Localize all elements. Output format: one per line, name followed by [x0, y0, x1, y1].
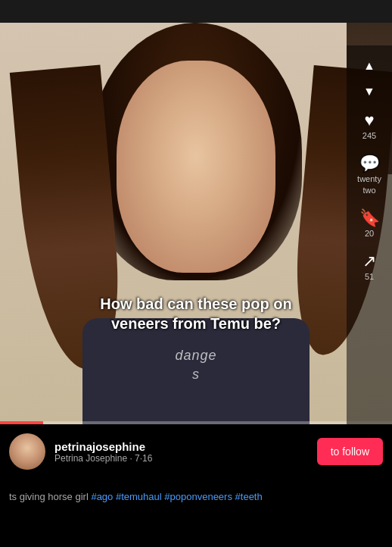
- hashtag-prefix: ts giving horse girl: [9, 491, 89, 502]
- video-caption: How bad can these pop on veneers from Te…: [90, 294, 302, 333]
- chevron-down-icon: ▼: [363, 85, 375, 98]
- video-player[interactable]: dange s How bad can these pop on veneers…: [0, 0, 392, 424]
- share-icon: ↗: [362, 253, 376, 270]
- username: petrinajosephine: [54, 440, 308, 453]
- like-button[interactable]: ♥ 245: [350, 105, 388, 148]
- user-bar: petrinajosephine Petrina Josephine · 7·1…: [0, 424, 392, 479]
- heart-icon: ♥: [364, 112, 374, 129]
- bookmark-button[interactable]: 🔖 20: [350, 202, 388, 245]
- progress-fill: [0, 421, 43, 424]
- bookmark-icon: 🔖: [359, 210, 380, 227]
- follow-button[interactable]: to follow: [317, 438, 383, 465]
- hashtag-ago[interactable]: #ago: [91, 491, 113, 502]
- share-button[interactable]: ↗ 51: [350, 245, 388, 289]
- hashtag-text: ts giving horse girl #ago #temuhaul #pop…: [9, 491, 263, 502]
- video-sidebar: ▲ ▼ ♥ 245 💬 twenty two 🔖 20 ↗ 51: [347, 45, 392, 424]
- avatar[interactable]: [9, 433, 45, 470]
- user-info: petrinajosephine Petrina Josephine · 7·1…: [54, 440, 308, 464]
- video-top-bar: [0, 0, 392, 23]
- hashtag-teeth[interactable]: #teeth: [235, 491, 263, 502]
- comment-label-line2: two: [362, 186, 375, 195]
- hashtag-poponveneers[interactable]: #poponveneers: [164, 491, 232, 502]
- bookmark-count: 20: [365, 229, 374, 238]
- video-content[interactable]: dange s How bad can these pop on veneers…: [0, 23, 392, 424]
- like-count: 245: [362, 131, 376, 140]
- hashtag-temuhaul[interactable]: #temuhaul: [116, 491, 162, 502]
- user-subtitle: Petrina Josephine · 7·16: [54, 453, 308, 464]
- comment-icon: 💬: [359, 155, 380, 172]
- chevron-up-icon: ▲: [363, 59, 375, 73]
- share-count: 51: [365, 272, 374, 281]
- comment-label-line1: twenty: [357, 174, 381, 183]
- shirt-text-line1: dange: [175, 348, 216, 364]
- face: [117, 61, 275, 273]
- scroll-down-button[interactable]: ▼: [350, 79, 388, 105]
- avatar-image: [9, 433, 45, 470]
- hashtag-bar: ts giving horse girl #ago #temuhaul #pop…: [0, 479, 392, 514]
- progress-bar[interactable]: [0, 421, 392, 424]
- comment-button[interactable]: 💬 twenty two: [350, 148, 388, 202]
- scroll-up-button[interactable]: ▲: [350, 53, 388, 79]
- shirt-text-line2: s: [192, 367, 200, 383]
